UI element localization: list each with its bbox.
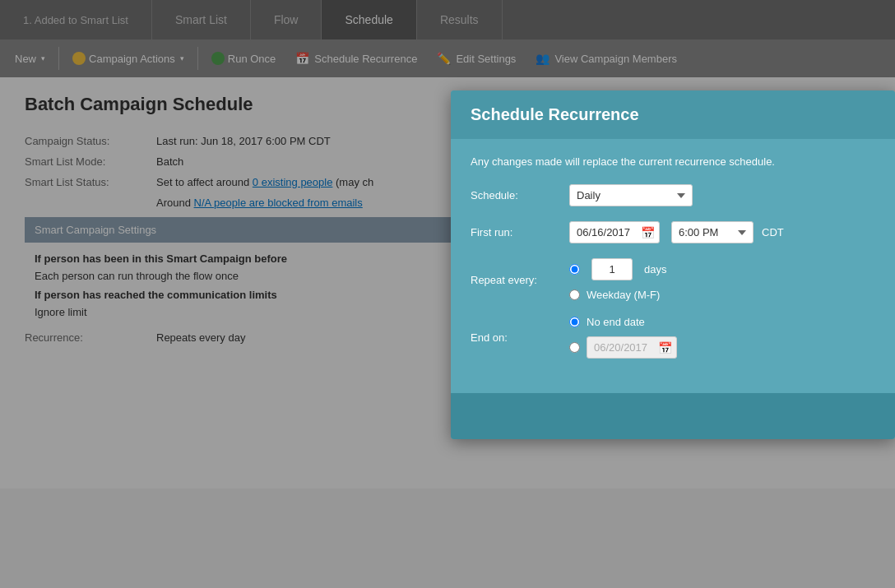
modal-header: Schedule Recurrence <box>451 90 895 139</box>
schedule-recurrence-modal: Schedule Recurrence Any changes made wil… <box>451 90 895 439</box>
repeat-every-label: Repeat every: <box>471 274 569 286</box>
end-no-date-radio[interactable] <box>569 317 580 327</box>
repeat-weekday-radio-row: Weekday (M-F) <box>569 289 666 301</box>
end-on-radio-group: No end date 📅 <box>569 316 677 359</box>
end-on-row: End on: No end date 📅 <box>471 316 875 359</box>
schedule-label: Schedule: <box>471 189 569 201</box>
time-select[interactable]: 6:00 PM 5:00 PM 7:00 PM <box>671 221 754 243</box>
first-run-date-wrapper: 📅 <box>569 221 660 243</box>
repeat-weekday-radio[interactable] <box>569 289 580 300</box>
repeat-days-radio[interactable] <box>569 264 580 275</box>
repeat-radio-group: days Weekday (M-F) <box>569 258 666 301</box>
end-date-radio-row: 📅 <box>569 336 677 359</box>
schedule-select[interactable]: Daily Weekly Monthly <box>569 184 693 206</box>
repeat-days-input[interactable] <box>591 258 633 280</box>
end-no-date-radio-row: No end date <box>569 316 677 328</box>
first-run-label: First run: <box>471 226 569 238</box>
first-run-row: First run: 📅 6:00 PM 5:00 PM 7:00 PM CDT <box>471 221 875 243</box>
timezone-label: CDT <box>762 226 784 238</box>
end-date-input[interactable] <box>587 336 677 359</box>
end-no-date-label: No end date <box>587 316 645 328</box>
modal-footer <box>451 393 895 439</box>
repeat-days-radio-row: days <box>569 258 666 280</box>
schedule-row: Schedule: Daily Weekly Monthly <box>471 184 875 206</box>
end-date-radio[interactable] <box>569 342 580 353</box>
end-on-label: End on: <box>471 331 569 344</box>
end-date-wrapper: 📅 <box>587 336 677 359</box>
first-run-date-input[interactable] <box>569 221 660 243</box>
modal-description: Any changes made will replace the curren… <box>471 155 875 168</box>
time-wrapper: 6:00 PM 5:00 PM 7:00 PM CDT <box>671 221 784 243</box>
repeat-weekday-label: Weekday (M-F) <box>587 289 660 301</box>
days-text: days <box>644 263 666 275</box>
modal-body: Any changes made will replace the curren… <box>451 139 895 393</box>
repeat-every-row: Repeat every: days Weekday (M-F) <box>471 258 875 301</box>
modal-title: Schedule Recurrence <box>471 105 875 124</box>
